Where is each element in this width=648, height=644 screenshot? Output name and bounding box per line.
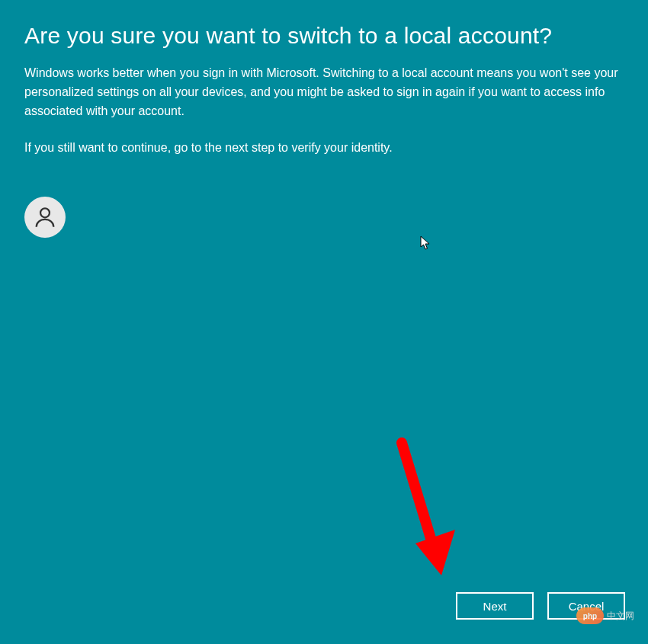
dialog-button-row: Next Cancel [456,592,625,620]
dialog-continue-text: If you still want to continue, go to the… [24,139,624,157]
svg-marker-2 [415,530,455,575]
user-avatar-icon [24,197,66,238]
dialog-content: Are you sure you want to switch to a loc… [0,0,648,261]
svg-line-1 [402,443,435,551]
next-button[interactable]: Next [456,592,534,620]
dialog-description: Windows works better when you sign in wi… [24,64,619,120]
user-avatar-container [24,197,624,238]
svg-point-0 [40,209,50,218]
cancel-button[interactable]: Cancel [547,592,625,620]
dialog-title: Are you sure you want to switch to a loc… [24,23,624,49]
annotation-arrow-icon [393,437,469,600]
